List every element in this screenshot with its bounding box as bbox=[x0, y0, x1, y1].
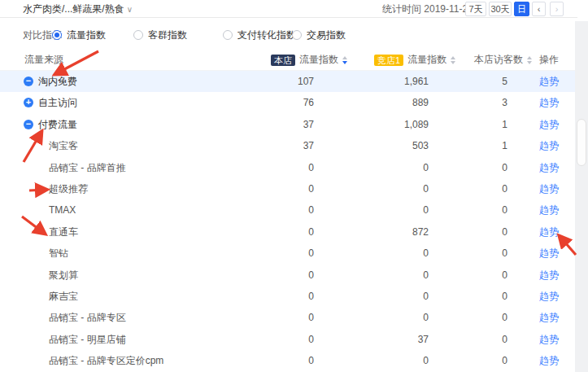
trend-link[interactable]: 趋势 bbox=[539, 199, 559, 221]
category-selector[interactable]: 水产肉类/...鲜蔬果/熟食∨ bbox=[23, 0, 133, 18]
trend-link[interactable]: 趋势 bbox=[539, 286, 559, 307]
row-label: 超级推荐 bbox=[49, 178, 88, 199]
own-index-value: 0 bbox=[308, 350, 314, 371]
own-index-value: 0 bbox=[308, 265, 314, 286]
visitors-value: 0 bbox=[502, 307, 507, 328]
row-label: 智钻 bbox=[49, 243, 68, 264]
col-header-label: 流量指数 bbox=[407, 49, 446, 71]
breadcrumb: 水产肉类/...鲜蔬果/熟食 bbox=[23, 3, 124, 15]
competitor-badge: 竞店1 bbox=[374, 55, 403, 66]
col-header-label: 流量指数 bbox=[299, 49, 338, 71]
comp-index-value: 0 bbox=[423, 199, 429, 221]
own-index-value: 37 bbox=[303, 114, 314, 135]
radio-label: 支付转化指数 bbox=[237, 28, 296, 42]
table-row[interactable]: − 付费流量 37 1,089 1 趋势 bbox=[0, 114, 575, 135]
visitors-value: 0 bbox=[502, 265, 507, 286]
sort-visitors[interactable] bbox=[527, 56, 532, 64]
table-row[interactable]: 麻吉宝 0 0 0 趋势 bbox=[0, 286, 575, 307]
col-header-source: 流量来源 bbox=[24, 49, 63, 71]
comp-index-value: 37 bbox=[418, 329, 429, 350]
radio-customer-index[interactable]: 客群指数 bbox=[133, 25, 187, 45]
row-label: TMAX bbox=[49, 199, 76, 221]
radio-traffic-index[interactable]: 流量指数 bbox=[52, 25, 106, 45]
radio-label: 交易指数 bbox=[307, 28, 346, 42]
trend-link[interactable]: 趋势 bbox=[539, 157, 559, 178]
radio-icon[interactable] bbox=[52, 30, 62, 40]
own-index-value: 76 bbox=[303, 92, 314, 113]
chevron-down-icon: ∨ bbox=[127, 5, 133, 14]
visitors-value: 1 bbox=[502, 135, 507, 156]
sort-comp-index[interactable] bbox=[451, 56, 455, 64]
comp-index-value: 889 bbox=[412, 92, 429, 113]
vertical-scrollbar-thumb[interactable] bbox=[577, 119, 586, 166]
comp-index-value: 1,961 bbox=[404, 71, 429, 92]
trend-link[interactable]: 趋势 bbox=[539, 92, 559, 113]
radio-icon[interactable] bbox=[223, 30, 233, 40]
table-row[interactable]: 直通车 0 872 0 趋势 bbox=[0, 221, 575, 243]
row-label: 品销宝 - 明星店铺 bbox=[49, 329, 126, 350]
sort-own-index[interactable] bbox=[342, 56, 347, 64]
stat-time-label: 统计时间 2019-11-21 bbox=[382, 0, 473, 18]
row-label: 品销宝 - 品牌首推 bbox=[49, 157, 126, 178]
visitors-value: 0 bbox=[502, 350, 507, 371]
trend-link[interactable]: 趋势 bbox=[539, 350, 559, 371]
table-row[interactable]: TMAX 0 0 0 趋势 bbox=[0, 199, 575, 221]
collapse-icon[interactable]: − bbox=[24, 120, 33, 129]
row-label: 聚划算 bbox=[49, 265, 78, 286]
expand-icon[interactable]: + bbox=[24, 98, 33, 107]
own-index-value: 0 bbox=[308, 178, 314, 199]
radio-icon[interactable] bbox=[133, 30, 143, 40]
trend-link[interactable]: 趋势 bbox=[539, 71, 559, 92]
next-day-button[interactable]: › bbox=[550, 2, 564, 16]
visitors-value: 0 bbox=[502, 286, 507, 307]
own-index-value: 0 bbox=[308, 221, 314, 243]
vertical-scrollbar-track bbox=[575, 21, 588, 372]
table-row[interactable]: + 自主访问 76 889 3 趋势 bbox=[0, 92, 575, 113]
compare-metric-filters: 对比指标 流量指数 客群指数 支付转化指数 交易指数 bbox=[0, 25, 575, 45]
trend-link[interactable]: 趋势 bbox=[539, 221, 559, 243]
col-header-label: 本店访客数 bbox=[474, 49, 523, 71]
visitors-value: 3 bbox=[502, 92, 507, 113]
visitors-value: 1 bbox=[502, 114, 507, 135]
prev-day-button[interactable]: ‹ bbox=[532, 2, 546, 16]
row-label: 品销宝 - 品牌专区 bbox=[49, 307, 126, 328]
radio-label: 流量指数 bbox=[67, 28, 106, 42]
radio-icon[interactable] bbox=[292, 30, 302, 40]
trend-link[interactable]: 趋势 bbox=[539, 265, 559, 286]
visitors-value: 5 bbox=[502, 71, 507, 92]
visitors-value: 0 bbox=[502, 329, 507, 350]
own-index-value: 0 bbox=[308, 243, 314, 264]
table-row[interactable]: 聚划算 0 0 0 趋势 bbox=[0, 265, 575, 286]
own-index-value: 0 bbox=[308, 329, 314, 350]
visitors-value: 0 bbox=[502, 157, 507, 178]
radio-pay-conversion-index[interactable]: 支付转化指数 bbox=[223, 25, 296, 45]
table-row[interactable]: 品销宝 - 品牌专区定价cpm 0 0 0 趋势 bbox=[0, 350, 575, 371]
trend-link[interactable]: 趋势 bbox=[539, 114, 559, 135]
table-row[interactable]: 品销宝 - 明星店铺 0 37 0 趋势 bbox=[0, 329, 575, 350]
own-index-value: 0 bbox=[308, 286, 314, 307]
table-row[interactable]: 淘宝客 37 503 1 趋势 bbox=[0, 135, 575, 156]
trend-link[interactable]: 趋势 bbox=[539, 178, 559, 199]
trend-link[interactable]: 趋势 bbox=[539, 329, 559, 350]
trend-link[interactable]: 趋势 bbox=[539, 243, 559, 264]
traffic-source-table: − 淘内免费 107 1,961 5 趋势 + 自主访问 76 889 3 趋势… bbox=[0, 71, 575, 371]
comp-index-value: 0 bbox=[423, 243, 429, 264]
table-row[interactable]: 超级推荐 0 0 0 趋势 bbox=[0, 178, 575, 199]
row-label: 淘宝客 bbox=[49, 135, 78, 156]
table-row[interactable]: 品销宝 - 品牌首推 0 0 0 趋势 bbox=[0, 157, 575, 178]
range-7d-button[interactable]: 7天 bbox=[465, 2, 486, 16]
range-30d-button[interactable]: 30天 bbox=[489, 2, 512, 16]
row-label: 麻吉宝 bbox=[49, 286, 78, 307]
radio-trade-index[interactable]: 交易指数 bbox=[292, 25, 346, 45]
page: 水产肉类/...鲜蔬果/熟食∨ 统计时间 2019-11-21 7天 30天 日… bbox=[0, 0, 588, 372]
table-row[interactable]: 品销宝 - 品牌专区 0 0 0 趋势 bbox=[0, 307, 575, 328]
trend-link[interactable]: 趋势 bbox=[539, 307, 559, 328]
table-row[interactable]: − 淘内免费 107 1,961 5 趋势 bbox=[0, 71, 575, 92]
table-row[interactable]: 智钻 0 0 0 趋势 bbox=[0, 243, 575, 264]
collapse-icon[interactable]: − bbox=[24, 77, 33, 86]
range-day-button[interactable]: 日 bbox=[514, 2, 529, 16]
comp-index-value: 503 bbox=[412, 135, 429, 156]
trend-link[interactable]: 趋势 bbox=[539, 135, 559, 156]
own-index-value: 107 bbox=[298, 71, 314, 92]
comp-index-value: 872 bbox=[412, 221, 429, 243]
